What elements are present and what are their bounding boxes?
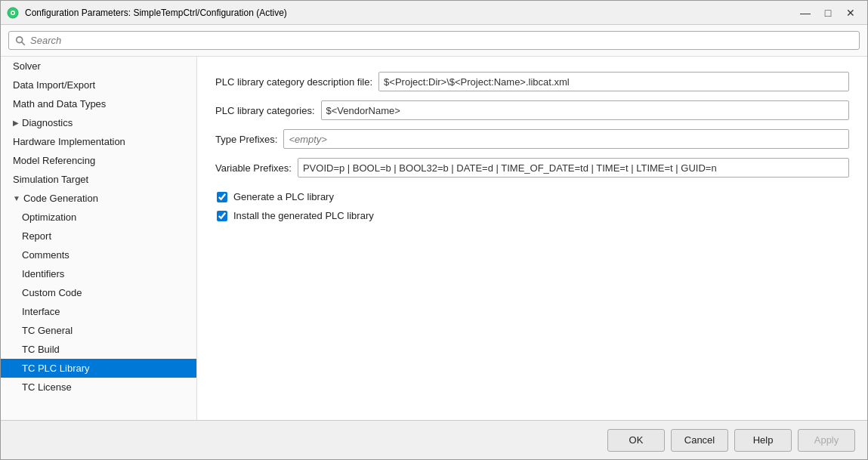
ok-button[interactable]: OK — [607, 429, 665, 452]
svg-line-4 — [22, 42, 25, 45]
sidebar-item-label: TC General — [22, 325, 73, 336]
sidebar-item-label: Comments — [22, 249, 70, 261]
input-variable-prefixes[interactable] — [298, 158, 849, 178]
sidebar-item-identifiers[interactable]: Identifiers — [1, 264, 196, 283]
sidebar: SolverData Import/ExportMath and Data Ty… — [1, 57, 197, 420]
sidebar-item-tc-license[interactable]: TC License — [1, 378, 196, 397]
sidebar-item-label: Diagnostics — [22, 117, 73, 128]
sidebar-item-tc-build[interactable]: TC Build — [1, 340, 196, 359]
minimize-button[interactable]: — — [795, 5, 816, 21]
form-row-type-prefixes: Type Prefixes: — [215, 129, 849, 149]
arrow-icon: ▼ — [13, 194, 20, 202]
sidebar-items-container: SolverData Import/ExportMath and Data Ty… — [1, 57, 196, 397]
titlebar-buttons: — □ ✕ — [795, 5, 861, 21]
content-area: PLC library category description file:PL… — [197, 57, 867, 420]
main-window: Configuration Parameters: SimpleTempCtrl… — [0, 0, 868, 460]
sidebar-item-label: Report — [22, 230, 51, 242]
sidebar-item-label: Code Generation — [23, 193, 98, 204]
window-title: Configuration Parameters: SimpleTempCtrl… — [25, 8, 287, 18]
checkbox-generate-plc-library[interactable] — [217, 192, 227, 202]
main-content: SolverData Import/ExportMath and Data Ty… — [1, 57, 867, 420]
sidebar-item-label: Math and Data Types — [13, 98, 106, 110]
sidebar-item-code-generation[interactable]: ▼Code Generation — [1, 189, 196, 208]
sidebar-item-optimization[interactable]: Optimization — [1, 208, 196, 227]
sidebar-item-label: Model Referencing — [13, 155, 95, 166]
sidebar-item-hardware-implementation[interactable]: Hardware Implementation — [1, 132, 196, 151]
apply-button[interactable]: Apply — [798, 429, 855, 452]
sidebar-item-model-referencing[interactable]: Model Referencing — [1, 151, 196, 170]
sidebar-item-label: Solver — [13, 60, 41, 72]
sidebar-item-label: TC PLC Library — [22, 363, 90, 374]
sidebar-item-label: TC License — [22, 381, 72, 393]
checkbox-label-install-generated-plc-library: Install the generated PLC library — [233, 210, 374, 221]
help-button[interactable]: Help — [734, 429, 792, 452]
sidebar-item-label: Identifiers — [22, 268, 64, 279]
titlebar: Configuration Parameters: SimpleTempCtrl… — [1, 1, 867, 25]
label-type-prefixes: Type Prefixes: — [215, 134, 277, 145]
checkbox-label-generate-plc-library: Generate a PLC library — [233, 191, 334, 202]
form-container: PLC library category description file:PL… — [215, 72, 849, 221]
cancel-button[interactable]: Cancel — [671, 429, 728, 452]
search-icon — [15, 36, 26, 46]
close-button[interactable]: ✕ — [840, 5, 861, 21]
checkbox-install-generated-plc-library[interactable] — [217, 211, 227, 221]
sidebar-item-math-and-data-types[interactable]: Math and Data Types — [1, 94, 196, 113]
sidebar-item-data-import-export[interactable]: Data Import/Export — [1, 76, 196, 94]
titlebar-left: Configuration Parameters: SimpleTempCtrl… — [7, 7, 287, 19]
footer: OK Cancel Help Apply — [1, 420, 867, 459]
sidebar-item-label: Optimization — [22, 211, 76, 223]
input-plc-lib-cat-desc[interactable] — [378, 72, 849, 91]
sidebar-item-comments[interactable]: Comments — [1, 245, 196, 264]
maximize-button[interactable]: □ — [817, 5, 839, 21]
sidebar-item-interface[interactable]: Interface — [1, 302, 196, 321]
arrow-icon: ▶ — [13, 119, 19, 127]
input-plc-lib-cat[interactable] — [321, 100, 850, 120]
sidebar-item-label: Custom Code — [22, 287, 82, 298]
form-row-plc-lib-cat: PLC library categories: — [215, 100, 849, 120]
search-bar — [1, 25, 867, 57]
search-input-wrap — [8, 31, 860, 50]
input-type-prefixes[interactable] — [283, 129, 849, 149]
checkbox-row-install-generated-plc-library: Install the generated PLC library — [215, 210, 849, 221]
sidebar-item-tc-general[interactable]: TC General — [1, 321, 196, 340]
label-plc-lib-cat: PLC library categories: — [215, 105, 315, 116]
sidebar-item-label: Simulation Target — [13, 174, 88, 185]
sidebar-item-report[interactable]: Report — [1, 227, 196, 245]
sidebar-item-custom-code[interactable]: Custom Code — [1, 283, 196, 302]
form-row-variable-prefixes: Variable Prefixes: — [215, 158, 849, 178]
search-input[interactable] — [30, 35, 853, 46]
app-icon — [7, 7, 19, 19]
sidebar-item-label: TC Build — [22, 344, 60, 355]
label-plc-lib-cat-desc: PLC library category description file: — [215, 76, 372, 88]
sidebar-item-solver[interactable]: Solver — [1, 57, 196, 76]
label-variable-prefixes: Variable Prefixes: — [215, 162, 292, 174]
sidebar-item-label: Interface — [22, 306, 60, 317]
checkbox-row-generate-plc-library: Generate a PLC library — [215, 191, 849, 202]
sidebar-item-label: Data Import/Export — [13, 79, 95, 91]
sidebar-item-diagnostics[interactable]: ▶Diagnostics — [1, 113, 196, 132]
sidebar-item-simulation-target[interactable]: Simulation Target — [1, 170, 196, 189]
sidebar-item-tc-plc-library[interactable]: TC PLC Library — [1, 359, 196, 378]
sidebar-item-label: Hardware Implementation — [13, 136, 125, 147]
svg-point-2 — [12, 11, 14, 14]
form-row-plc-lib-cat-desc: PLC library category description file: — [215, 72, 849, 91]
